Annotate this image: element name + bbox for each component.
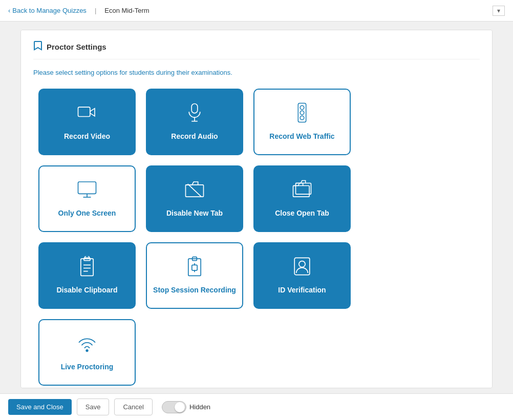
close-open-tab-icon [292,179,312,202]
quiz-title: Econ Mid-Term [104,7,149,14]
tile-close-open-tab[interactable]: Close Open Tab [253,165,351,232]
save-and-close-button[interactable]: Save and Close [8,399,72,415]
svg-point-24 [299,261,305,267]
toggle-label: Hidden [189,403,210,411]
id-verification-label: ID Verification [278,285,326,295]
svg-rect-8 [78,182,96,194]
disable-new-tab-icon [184,179,205,202]
svg-rect-22 [192,265,197,270]
record-web-traffic-label: Record Web Traffic [269,132,334,141]
tile-grid: Record Video Record Audio Record Web Tra… [38,89,480,386]
svg-rect-0 [78,108,90,117]
svg-rect-20 [188,259,201,276]
tile-stop-session-recording[interactable]: Stop Session Recording [146,242,243,309]
bottom-bar: Save and Close Save Cancel Hidden [0,393,513,420]
record-audio-label: Record Audio [171,132,218,141]
hidden-toggle-container: Hidden [162,401,210,413]
svg-point-7 [300,116,304,120]
breadcrumb-divider: | [95,7,96,14]
live-proctoring-label: Live Proctoring [61,362,114,371]
svg-rect-16 [84,258,90,261]
only-one-screen-icon [77,179,97,202]
tile-live-proctoring[interactable]: Live Proctoring [38,319,136,386]
back-link[interactable]: ‹ Back to Manage Quizzes [8,7,87,14]
disable-new-tab-label: Disable New Tab [166,208,223,218]
svg-rect-4 [298,103,306,122]
record-web-traffic-icon [292,102,312,125]
tile-disable-clipboard[interactable]: Disable Clipboard [38,242,136,309]
stop-session-recording-label: Stop Session Recording [153,285,236,295]
stop-session-recording-icon [184,256,205,279]
tile-record-video[interactable]: Record Video [38,89,136,155]
svg-point-6 [300,111,304,115]
top-bar: ‹ Back to Manage Quizzes | Econ Mid-Term… [0,0,513,22]
only-one-screen-label: Only One Screen [58,208,116,218]
svg-rect-1 [191,104,198,113]
section-title: Proctor Settings [47,43,106,51]
record-audio-icon [184,102,205,125]
svg-rect-15 [81,259,93,276]
record-video-icon [77,102,97,125]
id-verification-icon [292,256,312,279]
close-open-tab-label: Close Open Tab [275,208,329,218]
hidden-toggle[interactable] [162,401,186,413]
tile-record-audio[interactable]: Record Audio [146,89,243,155]
disable-clipboard-label: Disable Clipboard [56,285,117,295]
svg-point-25 [86,350,89,352]
save-button[interactable]: Save [77,398,110,415]
toggle-knob [175,402,185,412]
bookmark-icon [33,40,42,53]
svg-line-12 [188,184,202,197]
main-content: Proctor Settings Please select setting o… [20,30,493,388]
instruction-text: Please select setting options for studen… [33,69,480,76]
tile-id-verification[interactable]: ID Verification [253,242,351,309]
svg-point-5 [300,106,304,110]
disable-clipboard-icon [77,256,97,279]
tile-only-one-screen[interactable]: Only One Screen [38,165,136,232]
cancel-button[interactable]: Cancel [114,398,152,415]
section-header: Proctor Settings [33,40,480,59]
tile-disable-new-tab[interactable]: Disable New Tab [146,165,243,232]
tile-record-web-traffic[interactable]: Record Web Traffic [253,89,351,155]
live-proctoring-icon [77,333,97,356]
back-chevron: ‹ [8,7,10,14]
record-video-label: Record Video [64,132,110,141]
dropdown-button[interactable]: ▾ [493,6,505,16]
back-link-label: Back to Manage Quizzes [12,7,87,14]
